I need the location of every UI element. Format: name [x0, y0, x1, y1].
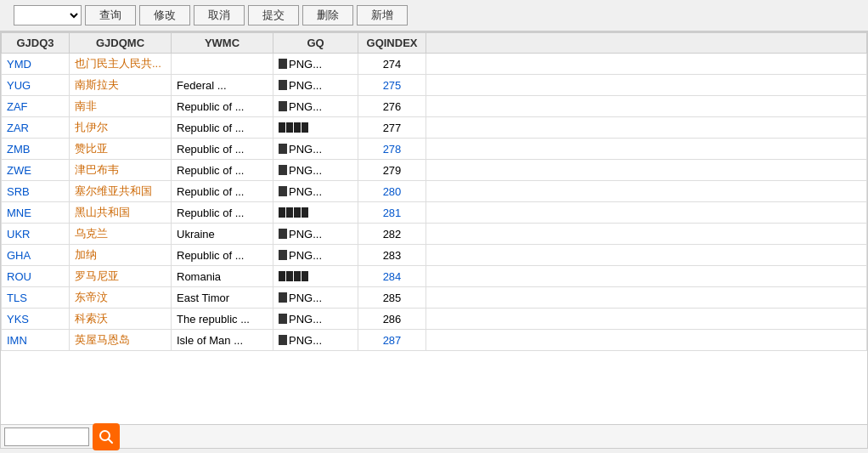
table-row[interactable]: IMN英屋马恩岛Isle of Man ...PNG...287	[2, 330, 867, 351]
table-row[interactable]: ZAR扎伊尔Republic of ...277	[2, 117, 867, 139]
delete-button[interactable]: 删除	[302, 5, 353, 25]
cell-gjdqmc: 津巴布韦	[70, 160, 172, 181]
cell-gjdq3: ZAF	[2, 96, 70, 117]
cell-gqindex: 283	[358, 245, 426, 266]
cell-gq: PNG...	[273, 139, 358, 160]
cell-gjdqmc: 罗马尼亚	[70, 266, 172, 287]
module-select[interactable]	[14, 5, 82, 25]
cell-gjdq3: SRB	[2, 181, 70, 202]
cell-gjdq3: ZMB	[2, 139, 70, 160]
header-gjdq3[interactable]: GJDQ3	[2, 33, 70, 54]
gjdq3-link[interactable]: ZWE	[7, 164, 31, 177]
cell-gjdq3: GHA	[2, 245, 70, 266]
header-gjdqmc[interactable]: GJDQMC	[70, 33, 172, 54]
table-row[interactable]: SRB塞尔维亚共和国Republic of ...PNG...280	[2, 181, 867, 202]
table-scroll[interactable]: GJDQ3 GJDQMC YWMC GQ GQINDEX YMD也门民主人民共.…	[1, 32, 867, 424]
table-row[interactable]: YMD也门民主人民共...PNG...274	[2, 54, 867, 75]
gjdq3-link[interactable]: MNE	[7, 207, 31, 219]
bottom-search-input[interactable]	[4, 428, 89, 446]
search-button[interactable]	[93, 423, 120, 450]
cell-rest	[426, 96, 867, 117]
cell-ywmc: The republic ...	[172, 309, 273, 330]
cell-rest	[426, 75, 867, 96]
gjdq3-link[interactable]: GHA	[7, 249, 31, 262]
header-ywmc[interactable]: YWMC	[172, 33, 273, 54]
gjdq3-link[interactable]: ZAF	[7, 100, 28, 113]
gjdq3-link[interactable]: SRB	[7, 185, 30, 198]
table-row[interactable]: UKR乌克兰UkrainePNG...282	[2, 224, 867, 245]
data-table: GJDQ3 GJDQMC YWMC GQ GQINDEX YMD也门民主人民共.…	[1, 32, 867, 351]
cell-gjdqmc: 塞尔维亚共和国	[70, 181, 172, 202]
table-row[interactable]: MNE黑山共和国Republic of ...281	[2, 202, 867, 224]
cell-gqindex: 281	[358, 202, 426, 224]
cell-ywmc: Republic of ...	[172, 245, 273, 266]
cell-gq: PNG...	[273, 245, 358, 266]
cell-gjdqmc: 科索沃	[70, 309, 172, 330]
header-rest	[426, 33, 867, 54]
cell-gjdq3: UKR	[2, 224, 70, 245]
table-row[interactable]: ZMB赞比亚Republic of ...PNG...278	[2, 139, 867, 160]
cell-gjdq3: MNE	[2, 202, 70, 224]
add-button[interactable]: 新增	[357, 5, 408, 25]
cell-gjdqmc: 赞比亚	[70, 139, 172, 160]
cell-ywmc: Ukraine	[172, 224, 273, 245]
gjdq3-link[interactable]: ROU	[7, 270, 31, 283]
cell-gqindex: 275	[358, 75, 426, 96]
cell-ywmc: Republic of ...	[172, 117, 273, 139]
cell-gjdqmc: 乌克兰	[70, 224, 172, 245]
cell-gjdqmc: 扎伊尔	[70, 117, 172, 139]
cell-rest	[426, 181, 867, 202]
gjdq3-link[interactable]: YKS	[7, 313, 29, 326]
cell-gqindex: 286	[358, 309, 426, 330]
gjdq3-link[interactable]: UKR	[7, 228, 30, 241]
gjdq3-link[interactable]: ZAR	[7, 122, 29, 134]
table-row[interactable]: GHA加纳Republic of ...PNG...283	[2, 245, 867, 266]
cell-gq: PNG...	[273, 224, 358, 245]
cell-rest	[426, 266, 867, 287]
cell-rest	[426, 330, 867, 351]
table-row[interactable]: ZWE津巴布韦Republic of ...PNG...279	[2, 160, 867, 181]
cell-gjdqmc: 加纳	[70, 245, 172, 266]
edit-button[interactable]: 修改	[139, 5, 190, 25]
gjdq3-link[interactable]: YMD	[7, 58, 31, 71]
cell-gq	[273, 117, 358, 139]
cell-gqindex: 278	[358, 139, 426, 160]
query-button[interactable]: 查询	[85, 5, 136, 25]
cell-gjdqmc: 英屋马恩岛	[70, 330, 172, 351]
cell-rest	[426, 224, 867, 245]
cell-gqindex: 274	[358, 54, 426, 75]
table-row[interactable]: YUG南斯拉夫Federal ...PNG...275	[2, 75, 867, 96]
gjdq3-link[interactable]: IMN	[7, 334, 27, 347]
cell-gjdq3: ZAR	[2, 117, 70, 139]
cell-ywmc: East Timor	[172, 287, 273, 309]
header-gqindex[interactable]: GQINDEX	[358, 33, 426, 54]
table-row[interactable]: TLS东帝汶East TimorPNG...285	[2, 287, 867, 309]
cell-gjdqmc: 也门民主人民共...	[70, 54, 172, 75]
table-header-row: GJDQ3 GJDQMC YWMC GQ GQINDEX	[2, 33, 867, 54]
gjdq3-link[interactable]: TLS	[7, 292, 27, 304]
bottom-bar	[1, 424, 867, 448]
cell-gq: PNG...	[273, 287, 358, 309]
header-gq[interactable]: GQ	[273, 33, 358, 54]
cell-gqindex: 282	[358, 224, 426, 245]
cell-gjdqmc: 南斯拉夫	[70, 75, 172, 96]
cancel-button[interactable]: 取消	[194, 5, 245, 25]
table-row[interactable]: ROU罗马尼亚Romania284	[2, 266, 867, 287]
cell-ywmc: Republic of ...	[172, 96, 273, 117]
cell-gjdq3: YMD	[2, 54, 70, 75]
cell-rest	[426, 202, 867, 224]
cell-gq	[273, 202, 358, 224]
submit-button[interactable]: 提交	[248, 5, 299, 25]
cell-ywmc: Romania	[172, 266, 273, 287]
cell-gjdq3: ZWE	[2, 160, 70, 181]
cell-ywmc: Isle of Man ...	[172, 330, 273, 351]
table-row[interactable]: ZAF南非Republic of ...PNG...276	[2, 96, 867, 117]
cell-gq: PNG...	[273, 75, 358, 96]
gjdq3-link[interactable]: YUG	[7, 79, 31, 92]
cell-gq: PNG...	[273, 96, 358, 117]
table-row[interactable]: YKS科索沃The republic ...PNG...286	[2, 309, 867, 330]
cell-gqindex: 280	[358, 181, 426, 202]
cell-ywmc: Republic of ...	[172, 181, 273, 202]
cell-gqindex: 276	[358, 96, 426, 117]
gjdq3-link[interactable]: ZMB	[7, 143, 30, 156]
